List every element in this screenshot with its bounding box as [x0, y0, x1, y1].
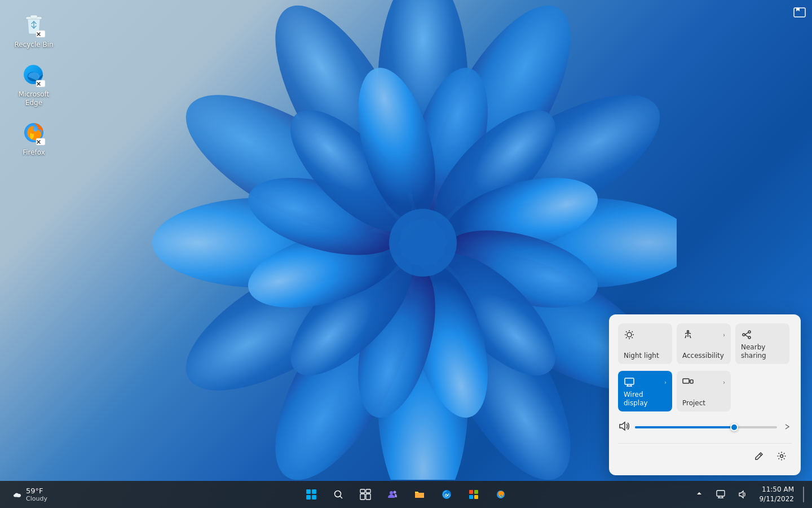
taskbar: 59°F Cloudy [0, 481, 812, 508]
svg-point-1 [407, 0, 598, 226]
volume-taskbar-icon[interactable] [733, 485, 751, 503]
edge-taskbar-button[interactable] [434, 482, 459, 507]
firefox-taskbar-button[interactable] [488, 482, 513, 507]
svg-rect-59 [306, 495, 311, 500]
nearby-sharing-icon [741, 329, 752, 340]
svg-line-62 [340, 496, 342, 498]
project-icon [682, 376, 694, 388]
desktop-icon-firefox[interactable]: Firefox [11, 119, 56, 157]
qs-buttons-row-1: Night light › Acces [618, 323, 792, 364]
project-chevron-icon[interactable]: › [723, 379, 725, 386]
quick-settings-panel: Night light › Acces [609, 314, 801, 475]
qs-wired-display-button[interactable]: › Wired display [618, 371, 672, 411]
svg-line-40 [626, 338, 626, 338]
night-light-label: Night light [624, 352, 659, 360]
accessibility-chevron-icon[interactable]: › [723, 332, 725, 338]
search-button[interactable] [326, 482, 351, 507]
svg-point-8 [166, 226, 406, 418]
svg-point-17 [396, 256, 502, 426]
volume-slider[interactable] [635, 422, 777, 433]
svg-point-55 [780, 455, 783, 458]
top-right-icon[interactable] [793, 6, 806, 21]
svg-point-19 [271, 235, 431, 395]
svg-rect-28 [36, 80, 45, 87]
svg-point-12 [396, 59, 502, 230]
qs-accessibility-button[interactable]: › Accessibility [677, 323, 731, 364]
weather-condition: Cloudy [26, 495, 47, 502]
file-explorer-button[interactable] [407, 482, 432, 507]
svg-point-67 [390, 491, 393, 494]
show-hidden-icons-button[interactable] [690, 485, 708, 503]
recycle-bin-icon [20, 11, 47, 38]
svg-point-5 [407, 259, 598, 480]
start-button[interactable] [299, 482, 324, 507]
svg-point-24 [389, 209, 457, 277]
svg-line-39 [632, 331, 633, 332]
svg-rect-26 [30, 15, 37, 18]
qs-project-button[interactable]: › Project [677, 371, 731, 411]
project-label: Project [682, 399, 705, 407]
svg-point-7 [249, 259, 440, 480]
desktop-icon-edge[interactable]: Microsoft Edge [11, 61, 56, 108]
svg-point-44 [743, 334, 745, 336]
wired-display-chevron-icon[interactable]: › [664, 379, 667, 386]
show-desktop-button[interactable] [802, 485, 805, 503]
desktop-icon-recycle-bin[interactable]: Recycle Bin [11, 11, 56, 50]
volume-chevron-icon[interactable] [783, 422, 792, 433]
recycle-bin-label: Recycle Bin [14, 41, 53, 50]
teams-button[interactable] [380, 482, 405, 507]
task-view-button[interactable] [353, 482, 378, 507]
svg-point-20 [240, 216, 410, 322]
svg-point-0 [378, 0, 468, 198]
svg-point-42 [748, 331, 751, 333]
svg-rect-47 [625, 378, 634, 384]
firefox-label: Firefox [23, 148, 45, 157]
svg-rect-58 [312, 489, 316, 494]
svg-rect-72 [469, 495, 473, 499]
svg-rect-27 [36, 30, 45, 37]
svg-point-10 [166, 68, 406, 260]
svg-rect-51 [683, 379, 689, 383]
svg-rect-60 [312, 495, 316, 500]
svg-rect-75 [717, 491, 725, 496]
svg-rect-63 [360, 489, 365, 493]
svg-line-37 [626, 331, 626, 332]
microsoft-store-button[interactable] [461, 482, 486, 507]
svg-point-22 [271, 91, 431, 251]
network-icon[interactable] [712, 485, 730, 503]
svg-line-46 [745, 335, 748, 337]
qs-nearby-sharing-button[interactable]: Nearby sharing [735, 323, 789, 364]
taskbar-system-tray: 11:50 AM 9/11/2022 [690, 484, 805, 505]
qs-buttons-row-2: › Wired display › Project [618, 371, 792, 411]
svg-point-14 [436, 163, 606, 269]
svg-rect-57 [306, 489, 311, 494]
svg-point-32 [627, 332, 632, 337]
svg-line-54 [760, 454, 761, 456]
qs-edit-button[interactable] [749, 446, 769, 466]
svg-point-15 [436, 216, 606, 322]
svg-point-41 [687, 331, 689, 332]
svg-point-3 [468, 198, 677, 288]
qs-settings-button[interactable] [771, 446, 792, 466]
svg-point-21 [240, 163, 410, 269]
svg-line-45 [745, 332, 748, 335]
edge-icon [20, 61, 47, 88]
night-light-icon [624, 329, 635, 340]
qs-night-light-button[interactable]: Night light [618, 323, 672, 364]
svg-rect-64 [366, 489, 370, 493]
svg-point-2 [439, 68, 677, 260]
weather-widget[interactable]: 59°F Cloudy [7, 484, 52, 505]
svg-point-11 [249, 0, 440, 226]
wired-display-icon [624, 376, 635, 388]
svg-rect-65 [360, 494, 365, 500]
accessibility-icon [682, 329, 694, 340]
volume-icon[interactable] [618, 421, 629, 434]
svg-point-61 [335, 491, 341, 497]
svg-point-6 [378, 288, 468, 480]
svg-point-68 [394, 491, 396, 494]
taskbar-center-apps [299, 482, 513, 507]
wired-display-label: Wired display [624, 391, 667, 407]
system-clock[interactable]: 11:50 AM 9/11/2022 [754, 484, 798, 505]
nearby-sharing-label: Nearby sharing [741, 343, 784, 360]
svg-rect-71 [474, 490, 478, 494]
